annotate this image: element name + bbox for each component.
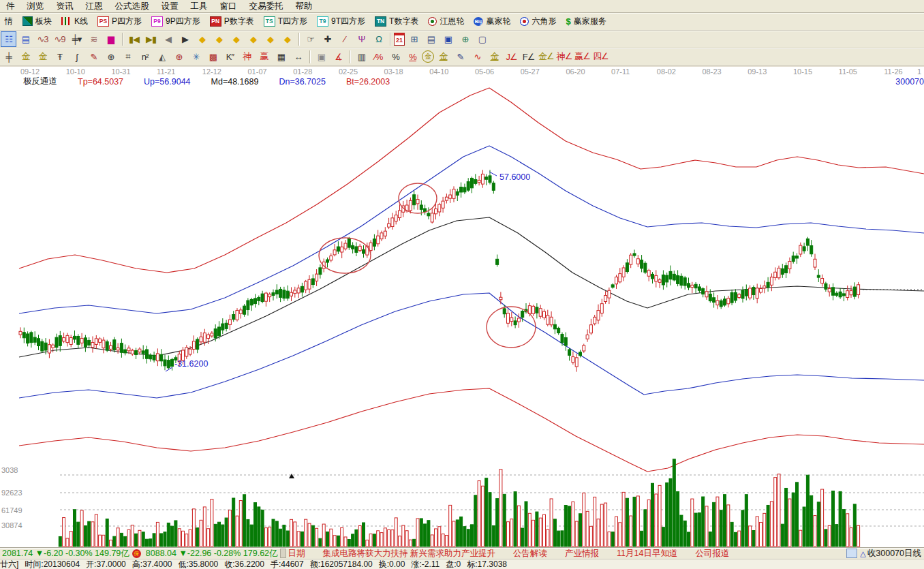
ticker-item[interactable]: 集成电路将获大力扶持 新兴需求助力产业提升 — [323, 549, 495, 558]
calculator-icon[interactable]: ⊞ — [406, 31, 422, 47]
fib-tool-icon[interactable]: Ŧ — [52, 49, 67, 65]
last-page-icon[interactable]: ▶▮ — [143, 31, 159, 47]
detail-close: 收:36.2200 — [224, 559, 264, 569]
p-square-button-icon: PS — [97, 16, 109, 27]
fractal-tool-icon[interactable]: Ω — [371, 31, 386, 47]
menu-item[interactable]: 工具 — [185, 0, 214, 12]
circle-cross-icon[interactable]: ⊕ — [171, 49, 187, 65]
percent-icon[interactable]: % — [388, 49, 403, 65]
price-pen-icon[interactable]: ✎ — [452, 49, 468, 65]
menu-item[interactable]: 江恩 — [80, 0, 109, 12]
winner-service-button[interactable]: $赢家服务 — [561, 14, 611, 29]
crosshair-icon[interactable]: ✚ — [320, 31, 335, 47]
j-angle-icon[interactable]: J∠ — [504, 49, 519, 65]
web-icon[interactable]: ⊕ — [457, 31, 473, 47]
ticker-splitter[interactable] — [280, 549, 286, 558]
grid-box-icon[interactable]: ▩ — [205, 49, 221, 65]
shen-grid-icon[interactable]: 神 — [239, 49, 255, 65]
n-square-icon[interactable]: n² — [137, 49, 153, 65]
win-angle-icon[interactable]: 赢∠ — [574, 49, 591, 65]
hand-tool-icon[interactable]: ☞ — [303, 31, 318, 47]
gold-grid-2-icon[interactable]: 金 — [35, 49, 50, 65]
shen-angle-icon[interactable]: 神∠ — [556, 49, 573, 65]
ray-fan-icon[interactable]: ∡ — [330, 49, 346, 65]
ticker-item[interactable]: 11月14日早知道 — [617, 549, 677, 558]
ticker-item[interactable]: 产业情报 — [565, 549, 599, 558]
diamond-shrink-icon[interactable]: ◆ — [245, 31, 261, 47]
signal-button[interactable] — [846, 549, 857, 558]
kline-button[interactable]: K线 — [57, 14, 93, 29]
diamond-zoomout-icon[interactable]: ◆ — [262, 31, 278, 47]
gold-grid-1-icon[interactable]: 金 — [18, 49, 33, 65]
ticker-item[interactable]: 公告解读 — [513, 549, 547, 558]
winner-wheel-button-icon: Big — [474, 17, 483, 26]
percent-line-icon[interactable]: ⁄% — [371, 49, 386, 65]
angle-fan-icon[interactable]: ◭ — [154, 49, 170, 65]
ticker-item[interactable]: 公司报道 — [695, 549, 729, 558]
calendar-icon[interactable]: 21 — [394, 33, 405, 46]
winner-wheel-button[interactable]: Big赢家轮 — [469, 14, 515, 29]
menu-item[interactable]: 设置 — [155, 0, 185, 12]
menu-item[interactable]: 浏览 — [21, 0, 50, 12]
9p-square-button[interactable]: P99P四方形 — [147, 14, 205, 29]
wave-ruler-icon[interactable]: ∿ — [469, 49, 485, 65]
scale-icon[interactable]: ▥ — [354, 49, 369, 65]
k-mark-icon[interactable]: K″ — [222, 49, 238, 65]
menu-item[interactable]: 交易委托 — [243, 0, 290, 12]
ticker-item[interactable]: 日期 — [288, 549, 305, 558]
pen-tool-icon[interactable]: ✎ — [86, 49, 102, 65]
next-icon[interactable]: ▶ — [177, 31, 193, 47]
cross-grid-icon[interactable]: ╪ — [1, 49, 16, 65]
menu-item[interactable]: 公式选股 — [109, 0, 155, 12]
remote-icon[interactable]: ▢ — [474, 31, 490, 47]
gold-line-icon[interactable]: 金 — [487, 49, 502, 65]
t-square-button[interactable]: TST四方形 — [259, 14, 312, 29]
ruler-123-icon[interactable]: ▦ — [273, 49, 289, 65]
spiral-tool-icon[interactable]: ʃ — [69, 49, 84, 65]
quote-button[interactable]: 情 — [0, 14, 18, 29]
save-icon[interactable]: ▣ — [440, 31, 456, 47]
candle-style-icon[interactable]: ╪▾ — [69, 31, 84, 47]
frame-icon[interactable]: ▣ — [313, 49, 329, 65]
color-volume-icon[interactable]: ▆ — [103, 31, 119, 47]
chart-area[interactable]: 303892623617493087457.6000-31.6200 — [0, 87, 924, 548]
gann-circle-icon[interactable]: ⊕ — [103, 49, 119, 65]
t-digit-button[interactable]: TNT数字表 — [370, 14, 423, 29]
p-digit-button[interactable]: PNP数字表 — [205, 14, 259, 29]
diamond-expand-icon[interactable]: ◆ — [228, 31, 244, 47]
menu-item[interactable]: 窗口 — [214, 0, 243, 12]
menu-item[interactable]: 资讯 — [50, 0, 80, 12]
wave-9-icon[interactable]: ∿9 — [52, 31, 67, 47]
kline-view-icon[interactable]: ☷ — [1, 31, 16, 47]
menu-item[interactable]: 帮助 — [290, 0, 319, 12]
p-square-button[interactable]: PSP四方形 — [93, 14, 147, 29]
stick-compress-icon[interactable]: ≋ — [86, 31, 102, 47]
wave-3-icon[interactable]: ∿3 — [35, 31, 50, 47]
chart-canvas[interactable]: 303892623617493087457.6000-31.6200 — [0, 87, 924, 550]
percent-level-icon[interactable]: % — [405, 49, 420, 65]
diamond-left-icon[interactable]: ◆ — [194, 31, 210, 47]
diamond-right-icon[interactable]: ◆ — [211, 31, 227, 47]
notes-icon[interactable]: ▤ — [423, 31, 439, 47]
date-label: 08-02 — [657, 67, 676, 76]
gann-wheel-button[interactable]: 江恩轮 — [423, 14, 469, 29]
f-angle-icon[interactable]: F∠ — [521, 49, 536, 65]
ruler-ticks-icon[interactable]: ⌗ — [120, 49, 136, 65]
blocks-button[interactable]: 板块 — [18, 14, 57, 29]
star-burst-icon[interactable]: ✳ — [188, 49, 204, 65]
9t-square-button[interactable]: T99T四方形 — [312, 14, 370, 29]
menu-item[interactable]: 件 — [0, 0, 21, 12]
trendline-tool-icon[interactable]: ∕ — [337, 31, 352, 47]
gann-tool-icon[interactable]: Ψ — [354, 31, 369, 47]
gold-angle-icon[interactable]: 金∠ — [538, 49, 555, 65]
info-doc-icon[interactable]: ▤ — [18, 31, 33, 47]
win-grid-icon[interactable]: 赢 — [256, 49, 272, 65]
prev-icon[interactable]: ◀ — [160, 31, 176, 47]
hexagon-button[interactable]: 六角形 — [515, 14, 561, 29]
gold-level-icon[interactable]: 金 — [435, 49, 451, 65]
first-page-icon[interactable]: ▮◀ — [126, 31, 142, 47]
diamond-zoomin-icon[interactable]: ◆ — [279, 31, 295, 47]
four-angle-icon[interactable]: 四∠ — [592, 49, 609, 65]
gold-circle-icon[interactable]: 金 — [422, 50, 434, 63]
span-arrow-icon[interactable]: ↔ — [290, 49, 306, 65]
